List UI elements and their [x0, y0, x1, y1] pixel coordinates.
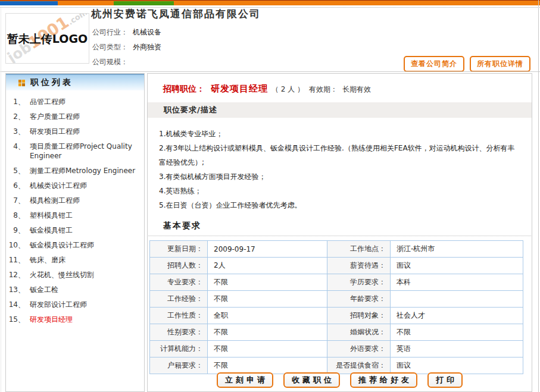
job-list: 1、品管工程师2、客户质量工程师3、研发项目工程师4、项目质量工程师Projec…	[6, 97, 144, 324]
req-value: 全职	[208, 308, 327, 324]
requirements-table: 更新日期：2009-09-17工作地点：浙江-杭州市招聘人数：2人薪资待遇：面议…	[149, 240, 523, 374]
req-value: 浙江-杭州市	[391, 241, 523, 258]
job-item-number: 14、	[6, 300, 25, 309]
accent-segment-orange	[58, 1, 114, 5]
job-list-item-11[interactable]: 11、铣床、磨床	[6, 255, 144, 265]
req-label: 更新日期：	[150, 241, 208, 258]
logo-placeholder-text: 暂未上传LOGO	[6, 32, 89, 47]
req-value: 2人	[208, 258, 327, 274]
req-label: 户籍要求：	[150, 357, 208, 374]
job-item-number: 7、	[6, 196, 25, 205]
dotted-separator	[0, 7, 540, 8]
watermark-part3: .com	[66, 13, 89, 27]
requirements-row: 招聘人数：2人薪资待遇：面议	[150, 258, 523, 274]
job-list-item-12[interactable]: 12、火花机、慢丝线切割	[6, 270, 144, 280]
company-field-label: 公司类型：	[92, 43, 128, 51]
req-value: 不限	[208, 341, 327, 357]
req-label: 专业要求：	[150, 274, 208, 291]
section-description-title: 职位要求/描述	[164, 105, 217, 115]
recommend-to-friend-button[interactable]: 推荐给好友	[350, 372, 417, 388]
company-field: 公司类型：外商独资	[92, 42, 161, 57]
favorite-job-button[interactable]: 收藏职位	[283, 372, 340, 388]
view-company-profile-button[interactable]: 查看公司简介	[404, 56, 464, 72]
req-value: 英语	[391, 341, 523, 357]
description-line: 5.在日资（台资）企业工作经验者优先考虑。	[159, 198, 515, 212]
req-label: 招聘对象：	[327, 308, 391, 324]
job-list-item-5[interactable]: 5、测量工程师Metrology Engineer	[6, 166, 144, 175]
job-item-label: 研发项目工程师	[30, 127, 139, 136]
company-field: 公司行业：机械设备	[92, 27, 161, 42]
job-list-item-3[interactable]: 3、研发项目工程师	[6, 127, 144, 136]
apply-now-button[interactable]: 立刻申请	[217, 372, 273, 388]
req-label: 是否提供食宿：	[327, 357, 391, 374]
company-name: 杭州安费诺飞凤通信部品有限公司	[91, 7, 261, 21]
company-field-value: 机械设备	[133, 28, 161, 36]
job-item-number: 1、	[6, 97, 25, 106]
job-list-header: 职位列表	[6, 74, 144, 90]
company-field-value: 外商独资	[133, 43, 161, 51]
company-info: 公司行业：机械设备公司类型：外商独资公司规模：	[92, 27, 161, 72]
req-value: 不限	[208, 291, 327, 308]
job-description: 1.机械类专业毕业；2.有3年以上结构设计或塑料模具、钣金模具设计工作经验.（熟…	[148, 118, 532, 212]
description-line: 3.有类似机械方面项目开发经验；	[159, 170, 515, 184]
req-value: 2009-09-17	[208, 241, 327, 258]
job-list-item-7[interactable]: 7、模具检测工程师	[6, 196, 144, 205]
job-list-item-1[interactable]: 1、品管工程师	[6, 97, 144, 106]
accent-segment-green	[114, 1, 174, 5]
job-item-label: 铣床、磨床	[30, 255, 139, 265]
job-item-label: 客户质量工程师	[30, 112, 139, 121]
requirements-row: 计算机能力：不限外语要求：英语	[150, 341, 523, 357]
req-label: 招聘人数：	[150, 258, 208, 274]
description-line: 4.英语熟练；	[159, 184, 515, 198]
req-label: 年龄要求：	[327, 291, 391, 308]
req-label: 性别要求：	[150, 324, 208, 341]
job-item-number: 15、	[6, 315, 25, 324]
job-list-item-9[interactable]: 9、钣金模具钳工	[6, 225, 144, 235]
description-line: 2.有3年以上结构设计或塑料模具、钣金模具设计工作经验.（熟练使用相关FEA软件…	[159, 141, 515, 170]
job-list-item-10[interactable]: 10、钣金模具设计工程师	[6, 240, 144, 250]
req-value: 不限	[208, 357, 327, 374]
job-list-item-6[interactable]: 6、机械类设计工程师	[6, 181, 144, 190]
req-label: 计算机能力：	[150, 341, 208, 357]
page: { "colors": { "topbar_blue": "#1766bd", …	[0, 0, 540, 392]
print-button[interactable]: 打印	[427, 372, 463, 388]
section-description-header: 职位要求/描述	[148, 102, 532, 118]
job-item-number: 4、	[6, 142, 25, 161]
job-item-number: 8、	[6, 211, 25, 220]
job-item-label: 塑料模具钳工	[30, 211, 139, 220]
req-value	[391, 291, 523, 308]
req-value: 社会人才	[391, 308, 523, 324]
job-list-item-8[interactable]: 8、塑料模具钳工	[6, 211, 144, 220]
squares-icon	[18, 80, 25, 86]
job-item-label: 测量工程师Metrology Engineer	[30, 166, 139, 175]
job-list-item-13[interactable]: 13、钣金工检	[6, 285, 144, 294]
page-right-edge	[538, 0, 539, 392]
req-label: 外语要求：	[327, 341, 391, 357]
req-label: 工作性质：	[150, 308, 208, 324]
job-list-item-2[interactable]: 2、客户质量工程师	[6, 112, 144, 121]
company-field: 公司规模：	[92, 57, 161, 72]
job-item-number: 3、	[6, 127, 25, 136]
job-list-panel: 职位列表 1、品管工程师2、客户质量工程师3、研发项目工程师4、项目质量工程师P…	[5, 73, 145, 392]
job-list-item-4[interactable]: 4、项目质量工程师Project Quality Engineer	[6, 142, 144, 161]
job-item-label: 项目质量工程师Project Quality Engineer	[30, 142, 139, 161]
requirements-row: 性别要求：不限婚姻状况：不限	[150, 324, 523, 341]
job-item-label: 模具检测工程师	[30, 196, 139, 205]
job-item-label: 机械类设计工程师	[30, 181, 139, 190]
req-value: 面议	[391, 258, 523, 274]
top-accent-bar	[0, 0, 540, 5]
accent-segment-blue	[0, 1, 58, 5]
job-list-item-14[interactable]: 14、研发部设计工程师	[6, 300, 144, 309]
header-divider	[0, 71, 540, 72]
job-headcount: （ 2 人 ）	[271, 85, 304, 93]
requirements-row: 工作经验：不限年龄要求：	[150, 291, 523, 308]
req-label: 学历要求：	[327, 274, 391, 291]
job-list-title: 职位列表	[30, 77, 73, 88]
company-field-label: 公司行业：	[92, 28, 128, 36]
job-list-item-15[interactable]: 15、研发项目经理	[6, 315, 144, 324]
description-line: 1.机械类专业毕业；	[159, 127, 515, 141]
job-item-label: 研发项目经理	[30, 315, 139, 324]
all-job-details-button[interactable]: 所有职位详情	[470, 56, 530, 72]
company-field-label: 公司规模：	[92, 58, 128, 66]
job-item-number: 10、	[6, 240, 25, 250]
